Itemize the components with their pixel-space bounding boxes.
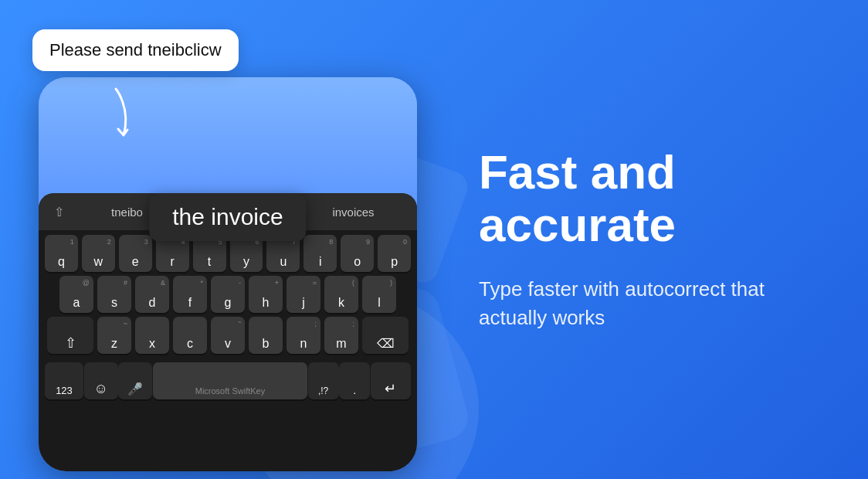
period-key[interactable]: . (339, 362, 370, 399)
tooltip-text: Please send tneibclicw (49, 40, 222, 59)
autocorrect-popup: the invoice (149, 193, 306, 241)
headline-line1: Fast and (479, 145, 676, 199)
key-row-3: ⇧ ~z x c "v b ;n ;m ⌫ (45, 317, 411, 354)
shift-icon: ⇧ (48, 205, 70, 219)
space-key[interactable]: Microsoft SwiftKey (153, 362, 307, 399)
headline-line2: accurate (479, 198, 676, 251)
punctuation-key[interactable]: ,!? (308, 362, 339, 399)
autocorrect-suggestion-3[interactable]: invoices (299, 202, 408, 222)
phone-mockup: ⇧ tneibo the invoice invoices the (39, 77, 417, 471)
key-d[interactable]: &d (135, 276, 169, 313)
phone-screen: ⇧ tneibo the invoice invoices the (39, 77, 417, 471)
key-h[interactable]: +h (249, 276, 283, 313)
keyboard-area: ⇧ tneibo the invoice invoices the (39, 193, 417, 471)
key-rows: 1q 2w 3e 4r 5t 6y 7u 8i 9o 0p (39, 230, 417, 361)
key-v[interactable]: "v (211, 317, 245, 354)
key-c[interactable]: c (173, 317, 207, 354)
left-panel: Please send tneibclicw ⇧ tneibo t (0, 0, 448, 479)
tooltip-arrow-icon (100, 85, 147, 147)
key-j[interactable]: =j (287, 276, 320, 313)
key-s[interactable]: #s (97, 276, 131, 313)
key-m[interactable]: ;m (324, 317, 358, 354)
emoji-key[interactable]: ☺ (84, 362, 118, 399)
key-w[interactable]: 2w (82, 235, 115, 272)
autocorrect-popup-text: the invoice (172, 204, 283, 229)
key-k[interactable]: (k (324, 276, 358, 313)
numeric-key[interactable]: 123 (45, 362, 83, 399)
key-q[interactable]: 1q (45, 235, 78, 272)
enter-key[interactable]: ↵ (371, 362, 411, 399)
key-a[interactable]: @a (59, 276, 93, 313)
subheadline: Type faster with autocorrect that actual… (479, 275, 772, 333)
page-container: Please send tneibclicw ⇧ tneibo t (0, 0, 868, 479)
key-g[interactable]: -g (211, 276, 245, 313)
key-f[interactable]: *f (173, 276, 207, 313)
key-e[interactable]: 3e (119, 235, 152, 272)
key-p[interactable]: 0p (378, 235, 411, 272)
key-o[interactable]: 9o (341, 235, 374, 272)
key-z[interactable]: ~z (97, 317, 131, 354)
right-panel: Fast and accurate Type faster with autoc… (448, 0, 868, 479)
key-b[interactable]: b (249, 317, 283, 354)
keyboard-bottom-bar: 123 ☺ 🎤 Microsoft SwiftKey ,!? (39, 361, 417, 404)
key-n[interactable]: ;n (287, 317, 320, 354)
key-i[interactable]: 8i (303, 235, 337, 272)
backspace-key[interactable]: ⌫ (362, 317, 409, 354)
mic-key[interactable]: 🎤 (118, 362, 152, 399)
shift-key[interactable]: ⇧ (47, 317, 93, 354)
tooltip-bubble: Please send tneibclicw (32, 29, 239, 71)
key-row-2: @a #s &d *f -g +h =j (k )l (45, 276, 411, 313)
headline: Fast and accurate (479, 146, 822, 251)
key-l[interactable]: )l (362, 276, 396, 313)
key-x[interactable]: x (135, 317, 169, 354)
